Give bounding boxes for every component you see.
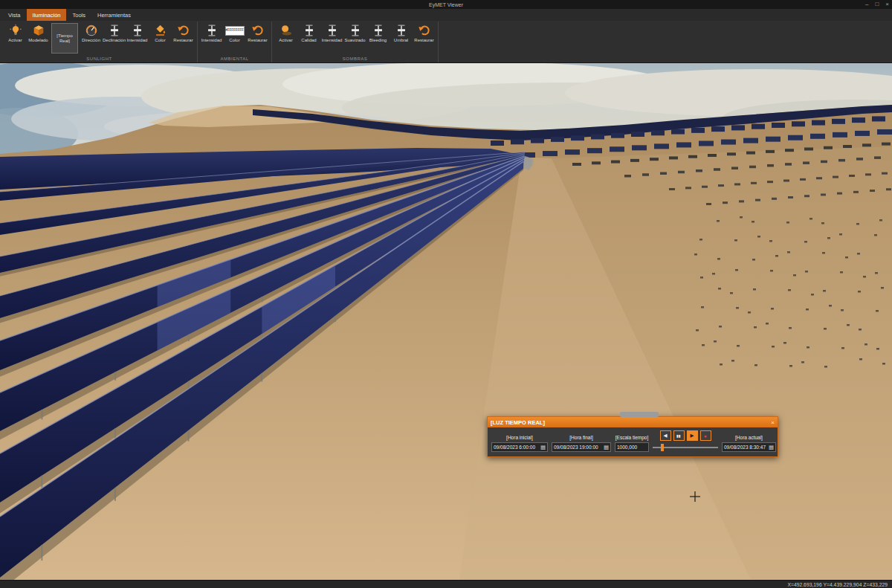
ribbon-button-label: Restaurar: [414, 38, 433, 43]
ribbon-button-suavizado[interactable]: Suavizado: [343, 22, 366, 44]
hora-inicial-field[interactable]: 09/08/2023 6:00:00 ▦: [491, 442, 548, 452]
swatch-hex-value: #FFFFFFFF: [225, 28, 244, 32]
ribbon-button-activar[interactable]: Activar: [274, 22, 297, 44]
ribbon-button-restaurar[interactable]: Restaurar: [172, 22, 195, 44]
ribbon-button-calidad[interactable]: Calidad: [297, 22, 320, 44]
panel-body: [Hora inicial] 09/08/2023 6:00:00 ▦ [Hor…: [488, 427, 778, 456]
minimize-icon[interactable]: –: [865, 0, 868, 9]
panel-close-icon[interactable]: ×: [771, 419, 775, 426]
ribbon-group-ambiental: Intensidad#FFFFFFFFColorRestaurarAMBIENT…: [198, 22, 272, 62]
ribbon-button-label: Dirección: [82, 38, 100, 43]
tab-tools[interactable]: Tools: [66, 9, 91, 21]
hora-actual-label: [Hora actual]: [735, 435, 763, 440]
ribbon-button-label: Modelado: [28, 38, 48, 43]
ribbon-button-label: Bleeding: [369, 38, 387, 43]
ribbon-button-intensidad[interactable]: Intensidad: [126, 22, 149, 44]
ribbon-button-label: Activar: [8, 38, 22, 43]
title-bar: EyMET Viewer – □ ×: [0, 0, 892, 9]
ribbon-button-label: Umbral: [394, 38, 408, 43]
ribbon-group-label: AMBIENTAL: [200, 56, 269, 62]
ribbon-button-label: Suavizado: [344, 38, 365, 43]
play-button[interactable]: ▶: [687, 430, 698, 441]
rewind-button[interactable]: ◀: [660, 430, 671, 441]
ribbon-button-declinacion[interactable]: Declinación: [103, 22, 126, 44]
ribbon-button-umbral[interactable]: Umbral: [390, 22, 413, 44]
time-slider[interactable]: [653, 443, 718, 452]
solar-farm-render: [0, 63, 892, 580]
bucket-icon: [153, 23, 168, 38]
status-bar: X=492.693,196 Y=4.439.229,904 Z=433,229: [0, 580, 892, 588]
playback-controls: ◀ ▮▮ ▶ ●: [660, 430, 711, 441]
tab-herramientas[interactable]: Herramientas: [91, 9, 137, 21]
calendar-icon[interactable]: ▦: [604, 445, 609, 450]
slider-icon: [371, 23, 386, 38]
panel-drag-handle[interactable]: [620, 412, 659, 417]
cube-icon: [31, 23, 46, 38]
slider-icon: [204, 23, 219, 38]
viewport-3d-scene[interactable]: [0, 63, 892, 580]
record-button[interactable]: ●: [700, 430, 711, 441]
coordinates-readout: X=492.693,196 Y=4.439.229,904 Z=433,229: [787, 582, 888, 587]
ribbon-button-bleeding[interactable]: Bleeding: [366, 22, 390, 44]
slider-icon: [302, 23, 317, 38]
ribbon-button-label: Declinación: [103, 38, 126, 43]
maximize-icon[interactable]: □: [875, 0, 879, 9]
ribbon-button-label: Restaurar: [248, 38, 267, 43]
luz-tiempo-real-panel[interactable]: [LUZ TIEMPO REAL] × [Hora inicial] 09/08…: [487, 416, 778, 457]
escala-tiempo-field[interactable]: 1000,000: [615, 442, 649, 452]
hora-final-label: [Hora final]: [569, 435, 592, 440]
ribbon-tab-bar: VistaIluminaciónToolsHerramientas: [0, 9, 892, 21]
ribbon-button-modelado[interactable]: Modelado: [27, 22, 50, 44]
hora-inicial-label: [Hora inicial]: [506, 435, 533, 440]
ribbon-button-label: Calidad: [301, 38, 316, 43]
escala-tiempo-value: 1000,000: [617, 445, 637, 450]
slider-icon: [130, 23, 145, 38]
calendar-icon[interactable]: ▦: [769, 445, 774, 450]
undo-icon: [251, 23, 265, 38]
close-icon[interactable]: ×: [885, 0, 889, 9]
ribbon-button-label: Intensidad: [322, 38, 343, 43]
ribbon-button-color[interactable]: #FFFFFFFFColor: [223, 22, 246, 44]
color-swatch-icon: #FFFFFFFF: [227, 23, 242, 38]
ribbon-button-restaurar[interactable]: Restaurar: [246, 22, 269, 44]
ribbon-button-label: Intensidad: [201, 38, 222, 43]
bulb-icon: [8, 23, 23, 38]
ribbon-button-label: Color: [155, 38, 165, 43]
calendar-icon[interactable]: ▦: [540, 445, 546, 450]
ribbon-button-restaurar[interactable]: Restaurar: [413, 22, 436, 44]
escala-tiempo-label: [Escala tiempo]: [615, 435, 648, 440]
undo-icon: [417, 23, 432, 38]
ribbon-button-label: Activar: [279, 38, 292, 43]
ribbon-button-label: [Tiempo Real]: [52, 33, 77, 44]
tab-vista[interactable]: Vista: [2, 9, 27, 21]
ribbon-button-activar[interactable]: Activar: [4, 22, 27, 44]
shadow-icon: [279, 23, 294, 38]
window-title: EyMET Viewer: [429, 2, 463, 7]
hora-final-field[interactable]: 09/08/2023 19:00:00 ▦: [552, 442, 611, 452]
pause-button[interactable]: ▮▮: [673, 430, 685, 441]
dial-icon: [84, 23, 99, 38]
ribbon-button-color[interactable]: Color: [149, 22, 172, 44]
ribbon-button-label: Intensidad: [127, 38, 148, 43]
slider-icon: [348, 23, 363, 38]
ribbon-button-direccion[interactable]: Dirección: [80, 22, 103, 44]
slider-icon: [325, 23, 340, 38]
panel-header[interactable]: [LUZ TIEMPO REAL] ×: [488, 417, 778, 427]
ribbon: ActivarModelado[Tiempo Real]DirecciónDec…: [0, 21, 892, 63]
hora-final-value: 09/08/2023 19:00:00: [554, 445, 598, 450]
hora-actual-field[interactable]: 09/08/2023 8:30:47 ▦: [722, 442, 776, 452]
time-slider-handle[interactable]: [661, 444, 664, 451]
ribbon-button-intensidad[interactable]: Intensidad: [320, 22, 343, 44]
slider-icon: [107, 23, 122, 38]
ribbon-group-label: SOMBRAS: [274, 56, 436, 62]
undo-icon: [176, 23, 191, 38]
ribbon-button-tiempo-real[interactable]: [Tiempo Real]: [51, 23, 78, 54]
ribbon-group-label: SUNLIGHT: [4, 56, 195, 62]
hora-actual-value: 09/08/2023 8:30:47: [724, 445, 766, 450]
slider-icon: [394, 23, 409, 38]
ribbon-button-intensidad[interactable]: Intensidad: [200, 22, 223, 44]
tab-iluminacion[interactable]: Iluminación: [27, 9, 67, 21]
ribbon-button-label: Color: [229, 38, 239, 43]
hora-inicial-value: 09/08/2023 6:00:00: [494, 445, 535, 450]
ribbon-group-sunlight: ActivarModelado[Tiempo Real]DirecciónDec…: [1, 22, 198, 62]
